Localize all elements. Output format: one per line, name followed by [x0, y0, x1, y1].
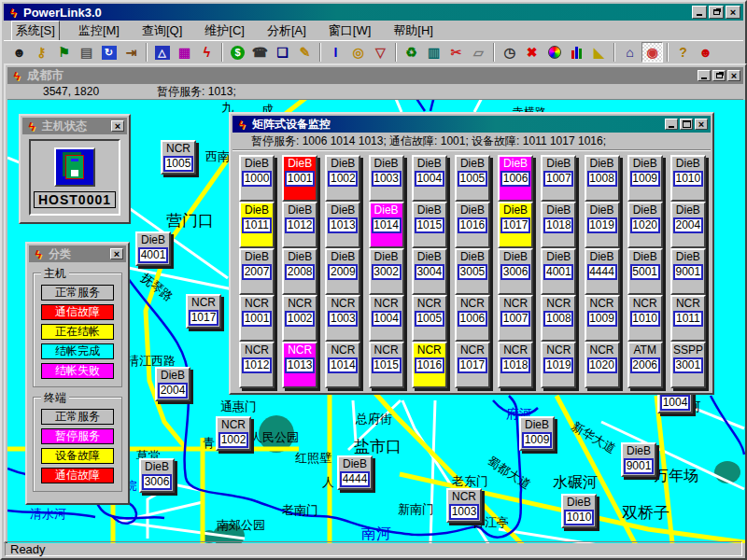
device-DieB-1007[interactable]: DieB1007	[541, 155, 576, 202]
printer-button[interactable]: ▤	[76, 42, 97, 63]
device-DieB-1010[interactable]: DieB1010	[561, 494, 597, 528]
device-DieB-3006[interactable]: DieB3006	[139, 458, 175, 493]
about-user-button[interactable]: ☻	[695, 42, 716, 63]
filter-funnel-button[interactable]: ▽	[370, 42, 391, 63]
device-NCR-1011[interactable]: NCR1011	[670, 295, 706, 342]
device-DieB-1015[interactable]: DieB1015	[412, 202, 447, 248]
device-DieB-1005[interactable]: DieB1005	[455, 155, 490, 202]
building-button[interactable]: ⌂	[619, 42, 641, 63]
device-DieB-1018[interactable]: DieB1018	[541, 202, 576, 248]
refresh-disc-button[interactable]: ↻	[98, 42, 120, 63]
brush-button[interactable]: ✎	[294, 42, 316, 63]
cascade-windows-button[interactable]: ❏	[272, 42, 293, 63]
device-DieB-4444[interactable]: DieB4444	[585, 248, 620, 295]
clock-button[interactable]: ◷	[499, 42, 520, 63]
device-NCR-1005[interactable]: NCR1005	[161, 140, 196, 175]
device-NCR-1003[interactable]: NCR1003	[325, 295, 360, 342]
device-NCR-1015[interactable]: NCR1015	[369, 342, 404, 388]
menu-item-maintain[interactable]: 维护[C]	[201, 21, 248, 40]
device-DieB-1000[interactable]: DieB1000	[239, 155, 275, 202]
device-NCR-1004[interactable]: NCR1004	[369, 295, 404, 342]
color-wheel-button[interactable]	[543, 42, 565, 63]
ruler-button[interactable]: ◣	[588, 42, 610, 63]
host-button[interactable]	[54, 147, 95, 187]
device-DieB-4001[interactable]: DieB4001	[541, 248, 576, 295]
device-DieB-1017[interactable]: DieB1017	[498, 202, 533, 248]
device-DieB-1012[interactable]: DieB1012	[282, 202, 317, 248]
menu-item-query[interactable]: 查询[Q]	[138, 21, 186, 40]
device-DieB-9001[interactable]: DieB9001	[621, 442, 656, 477]
device-NCR-1006[interactable]: NCR1006	[455, 295, 490, 342]
device-DieB-1002[interactable]: DieB1002	[325, 155, 360, 202]
device-DieB-1014[interactable]: DieB1014	[369, 202, 404, 248]
device-NCR-1005[interactable]: NCR1005	[412, 295, 447, 342]
device-ATM-2006[interactable]: ATM2006	[627, 342, 663, 388]
device-DieB-4001[interactable]: DieB4001	[135, 231, 171, 266]
device-DieB-1008[interactable]: DieB1008	[585, 155, 620, 202]
bar-chart-button[interactable]	[566, 42, 587, 63]
device-NCR-1010[interactable]: NCR1010	[627, 295, 663, 342]
device-NCR-1007[interactable]: NCR1007	[498, 295, 533, 342]
device-NCR-1017[interactable]: NCR1017	[455, 342, 490, 388]
lightning-button[interactable]: ϟ	[196, 42, 218, 63]
device-NCR-1020[interactable]: NCR1020	[585, 342, 620, 388]
device-DieB-1016[interactable]: DieB1016	[455, 202, 490, 248]
device-NCR-1012[interactable]: NCR1012	[239, 342, 275, 388]
window-minimize-button[interactable]	[692, 6, 707, 19]
money-bag-button[interactable]: $	[227, 42, 248, 63]
device-DieB-1001[interactable]: DieB1001	[282, 155, 317, 202]
device-NCR-1013[interactable]: NCR1013	[282, 342, 317, 388]
device-DieB-1013[interactable]: DieB1013	[325, 202, 360, 248]
device-NCR-1016[interactable]: NCR1016	[412, 342, 447, 388]
device-DieB-2007[interactable]: DieB2007	[239, 248, 275, 295]
device-DieB-2004[interactable]: DieB2004	[670, 202, 706, 248]
device-DieB-2009[interactable]: DieB2009	[325, 248, 360, 295]
recycle-button[interactable]: ♻	[401, 42, 422, 63]
device-NCR-1017[interactable]: NCR1017	[186, 294, 221, 329]
device-DieB-1003[interactable]: DieB1003	[369, 155, 404, 202]
device-DieB-1020[interactable]: DieB1020	[627, 202, 663, 248]
matrix-view-button[interactable]: ▦	[174, 42, 195, 63]
device-SSPP-3001[interactable]: SSPP3001	[670, 342, 706, 388]
device-NCR-1018[interactable]: NCR1018	[498, 342, 533, 388]
device-DieB-2008[interactable]: DieB2008	[282, 248, 317, 295]
column-button[interactable]: I	[325, 42, 346, 63]
device-DieB-4444[interactable]: DieB4444	[337, 455, 373, 490]
window-close-button[interactable]: ×	[695, 119, 708, 130]
bank-button[interactable]: ▥	[423, 42, 444, 63]
exit-door-button[interactable]: ⇥	[120, 42, 142, 63]
map-view-button[interactable]: △	[151, 42, 173, 63]
device-NCR-1008[interactable]: NCR1008	[541, 295, 576, 342]
menu-item-help[interactable]: 帮助[H]	[389, 21, 437, 40]
flag-button[interactable]: ⚑	[53, 42, 75, 63]
device-NCR-1019[interactable]: NCR1019	[541, 342, 576, 388]
device-DieB-1010[interactable]: DieB1010	[670, 155, 706, 202]
key-button[interactable]: ⚷	[31, 42, 52, 63]
device-NCR-1002[interactable]: NCR1002	[216, 416, 251, 451]
phone-button[interactable]: ☎	[249, 42, 271, 63]
device-DieB-3002[interactable]: DieB3002	[369, 248, 404, 295]
device-NCR-1003[interactable]: NCR1003	[446, 488, 482, 523]
menu-item-window[interactable]: 窗口[W]	[325, 21, 375, 40]
device-DieB-3005[interactable]: DieB3005	[455, 248, 490, 295]
menu-item-system[interactable]: 系统[S]	[11, 21, 60, 41]
eraser-button[interactable]: ▱	[468, 42, 489, 63]
device-NCR-1002[interactable]: NCR1002	[282, 295, 317, 342]
device-DieB-9001[interactable]: DieB9001	[670, 248, 706, 295]
life-ring-button[interactable]: ◉	[641, 42, 663, 63]
device-DieB-1009[interactable]: DieB1009	[627, 155, 663, 202]
delete-button[interactable]: ✖	[521, 42, 543, 63]
device-DieB-2004[interactable]: DieB2004	[155, 367, 190, 401]
menu-item-analyze[interactable]: 分析[A]	[263, 21, 310, 40]
window-restore-button[interactable]	[709, 6, 724, 19]
window-close-button[interactable]: ×	[726, 6, 740, 19]
device-DieB-3004[interactable]: DieB3004	[412, 248, 447, 295]
device-DieB-1006[interactable]: DieB1006	[498, 155, 533, 202]
menu-item-monitor[interactable]: 监控[M]	[75, 21, 123, 40]
window-minimize-button[interactable]	[665, 119, 678, 130]
device-DieB-3006[interactable]: DieB3006	[498, 248, 533, 295]
window-minimize-button[interactable]	[698, 70, 711, 81]
device-DieB-1009[interactable]: DieB1009	[519, 416, 555, 451]
device-DieB-1004[interactable]: DieB1004	[412, 155, 447, 202]
device-DieB-1019[interactable]: DieB1019	[585, 202, 620, 248]
